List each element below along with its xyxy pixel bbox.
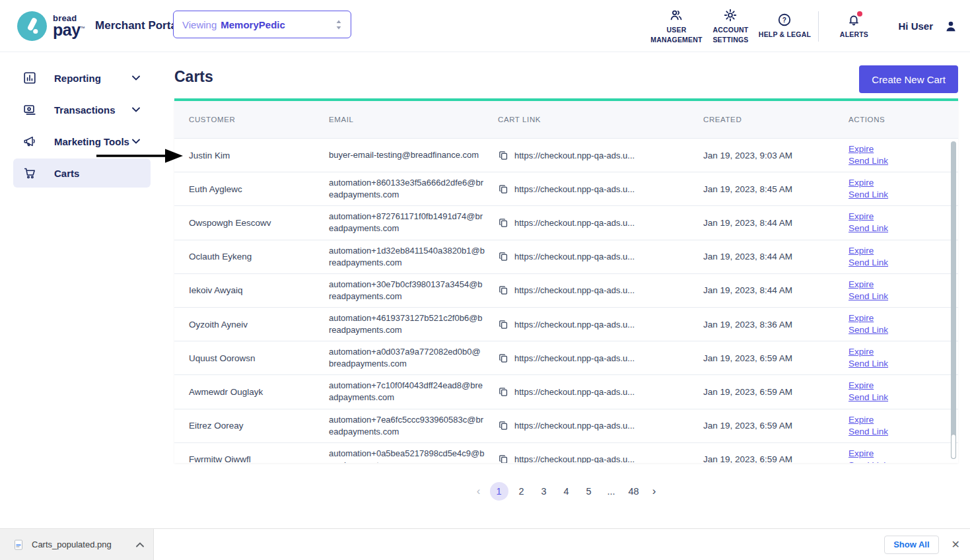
customer-name: Euth Ayglewc — [189, 184, 329, 194]
nav-label: HELP & LEGAL — [759, 30, 811, 40]
column-header-email: EMAIL — [329, 116, 498, 123]
copy-icon[interactable] — [498, 353, 509, 364]
pagination-page-4[interactable]: 4 — [557, 482, 576, 501]
cart-link-text[interactable]: https://checkout.npp-qa-ads.u... — [514, 454, 635, 463]
copy-icon[interactable] — [498, 454, 509, 463]
send-link[interactable]: Send Link — [849, 460, 888, 463]
nav-alerts[interactable]: ALERTS — [827, 13, 881, 40]
table-row: Fwrmitw Oiwwfl automation+0a5bea5217898c… — [174, 443, 958, 463]
cart-link-text[interactable]: https://checkout.npp-qa-ads.u... — [514, 387, 635, 397]
sidebar-item-reporting[interactable]: Reporting — [13, 63, 151, 92]
send-link[interactable]: Send Link — [849, 223, 888, 234]
send-link[interactable]: Send Link — [849, 426, 888, 438]
download-item[interactable]: Carts_populated.png — [0, 529, 154, 560]
created-date: Jan 19, 2023, 8:45 AM — [703, 184, 849, 194]
copy-icon[interactable] — [498, 319, 509, 330]
table-row: Oclauth Eykeng automation+1d32eb8411540a… — [174, 240, 958, 274]
chevron-down-icon — [132, 75, 140, 81]
sidebar: Reporting Transactions Marketing Too — [0, 53, 169, 528]
customer-email: automation+0a5bea5217898cd5e4c9@breadpay… — [329, 448, 498, 463]
bar-chart-icon — [22, 71, 37, 85]
show-all-button[interactable]: Show All — [884, 536, 938, 554]
cart-link-text[interactable]: https://checkout.npp-qa-ads.u... — [514, 320, 635, 330]
actions-cell: Expire Send Link — [849, 312, 958, 336]
main-content: Carts Create New Cart CUSTOMER EMAIL CAR… — [174, 52, 958, 501]
carts-table: CUSTOMER EMAIL CART LINK CREATED ACTIONS… — [174, 98, 958, 463]
cart-link-text[interactable]: https://checkout.npp-qa-ads.u... — [514, 184, 635, 194]
expire-link[interactable]: Expire — [849, 211, 874, 223]
column-header-customer: CUSTOMER — [189, 116, 329, 123]
pagination-prev[interactable]: ‹ — [471, 482, 486, 501]
pagination-next[interactable]: › — [647, 482, 662, 501]
expire-link[interactable]: Expire — [849, 143, 874, 155]
gear-icon — [723, 8, 738, 22]
actions-cell: Expire Send Link — [849, 279, 958, 302]
download-filename: Carts_populated.png — [32, 540, 112, 549]
pagination-page-48[interactable]: 48 — [625, 482, 643, 501]
brand-pay-text: pay™ — [53, 22, 85, 38]
pagination-page-3[interactable]: 3 — [535, 482, 553, 501]
cart-link-text[interactable]: https://checkout.npp-qa-ads.u... — [514, 353, 635, 363]
actions-cell: Expire Send Link — [849, 177, 958, 201]
expire-link[interactable]: Expire — [849, 312, 874, 324]
customer-email: automation+4619373127b521c2f0b6@breadpay… — [329, 312, 498, 336]
send-link[interactable]: Send Link — [849, 291, 888, 302]
copy-icon[interactable] — [498, 386, 509, 398]
chevron-down-icon — [132, 139, 140, 144]
sidebar-label: Carts — [54, 168, 79, 179]
send-link[interactable]: Send Link — [849, 324, 888, 336]
nav-help-legal[interactable]: ? HELP & LEGAL — [757, 13, 812, 40]
customer-name: Iekoiv Awyaiq — [189, 285, 329, 295]
send-link[interactable]: Send Link — [849, 358, 888, 370]
close-icon[interactable]: ✕ — [952, 540, 960, 550]
create-new-cart-button[interactable]: Create New Cart — [859, 65, 958, 93]
cart-link-text[interactable]: https://checkout.npp-qa-ads.u... — [514, 252, 635, 262]
expire-link[interactable]: Expire — [849, 380, 874, 392]
cart-link-text[interactable]: https://checkout.npp-qa-ads.u... — [514, 218, 635, 228]
table-scrollbar-thumb[interactable] — [951, 434, 956, 459]
cart-link-text[interactable]: https://checkout.npp-qa-ads.u... — [514, 151, 635, 160]
pagination-page-1[interactable]: 1 — [490, 482, 508, 501]
svg-text:?: ? — [782, 17, 786, 24]
nav-account-settings[interactable]: ACCOUNT SETTINGS — [703, 8, 757, 44]
table-row: Eitrez Ooreay automation+7ea6fc5ccc93396… — [174, 409, 958, 443]
expire-link[interactable]: Expire — [849, 414, 874, 426]
nav-user-management[interactable]: USER MANAGEMENT — [649, 8, 703, 44]
expire-link[interactable]: Expire — [849, 279, 874, 291]
user-greeting[interactable]: Hi User — [898, 19, 958, 34]
expire-link[interactable]: Expire — [849, 177, 874, 189]
pagination-page-2[interactable]: 2 — [512, 482, 531, 501]
copy-icon[interactable] — [498, 251, 509, 262]
select-stepper-icon — [335, 19, 342, 30]
portal-title: Merchant Portal — [95, 19, 180, 32]
customer-name: Uquust Oorowsn — [189, 353, 329, 363]
cart-link-cell: https://checkout.npp-qa-ads.u... — [498, 420, 703, 431]
copy-icon[interactable] — [498, 420, 509, 431]
actions-cell: Expire Send Link — [849, 211, 958, 234]
copy-icon[interactable] — [498, 150, 509, 161]
cart-link-cell: https://checkout.npp-qa-ads.u... — [498, 217, 703, 228]
send-link[interactable]: Send Link — [849, 392, 888, 403]
pagination-page-5[interactable]: 5 — [580, 482, 598, 501]
cart-link-text[interactable]: https://checkout.npp-qa-ads.u... — [514, 421, 635, 431]
copy-icon[interactable] — [498, 217, 509, 228]
expire-link[interactable]: Expire — [849, 346, 874, 358]
customer-email: automation+7c10f0f4043dff24ead8@breadpay… — [329, 380, 498, 403]
chevron-up-icon[interactable] — [136, 542, 144, 547]
created-date: Jan 19, 2023, 8:36 AM — [703, 320, 849, 330]
merchant-viewing-select[interactable]: Viewing MemoryPedic — [173, 11, 351, 38]
copy-icon[interactable] — [498, 184, 509, 195]
cart-link-text[interactable]: https://checkout.npp-qa-ads.u... — [514, 285, 635, 295]
send-link[interactable]: Send Link — [849, 257, 888, 269]
created-date: Jan 19, 2023, 8:44 AM — [703, 285, 849, 295]
customer-name: Fwrmitw Oiwwfl — [189, 454, 329, 463]
customer-email: automation+7ea6fc5ccc933960583c@breadpay… — [329, 414, 498, 438]
send-link[interactable]: Send Link — [849, 155, 888, 167]
expire-link[interactable]: Expire — [849, 245, 874, 257]
table-row: Uquust Oorowsn automation+a0d037a9a77208… — [174, 341, 958, 375]
send-link[interactable]: Send Link — [849, 189, 888, 201]
table-scrollbar-track[interactable] — [951, 141, 956, 459]
expire-link[interactable]: Expire — [849, 448, 874, 460]
copy-icon[interactable] — [498, 285, 509, 296]
sidebar-item-transactions[interactable]: Transactions — [13, 95, 151, 124]
